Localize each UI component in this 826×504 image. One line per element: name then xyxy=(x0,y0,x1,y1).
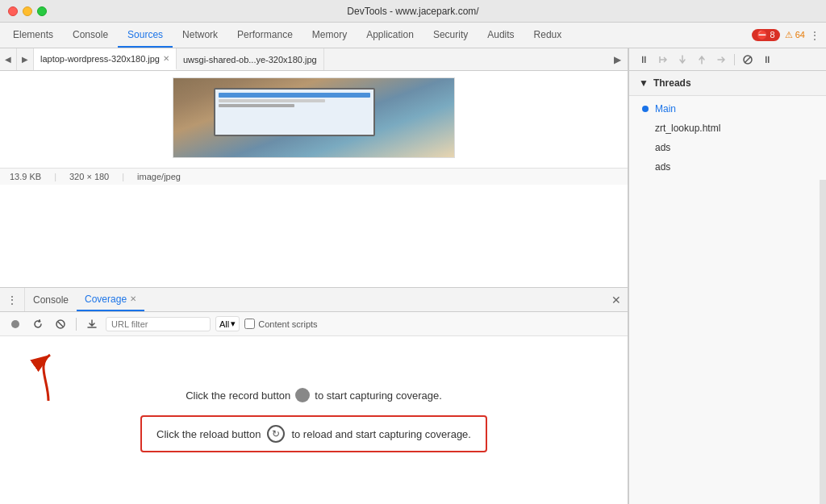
thread-label-main: Main xyxy=(655,103,676,115)
more-options-icon[interactable]: ⋮ xyxy=(810,30,820,41)
coverage-tab-close[interactable]: ✕ xyxy=(130,294,136,303)
svg-point-0 xyxy=(11,320,19,328)
threads-collapse-icon[interactable]: ▼ xyxy=(639,77,649,89)
record-button[interactable] xyxy=(6,315,24,333)
reload-icon-example: ↻ xyxy=(267,425,285,443)
step-into-button[interactable] xyxy=(674,52,690,68)
thread-item-zrt[interactable]: zrt_lookup.html xyxy=(629,119,826,138)
type-filter-select[interactable]: All ▾ xyxy=(215,316,240,331)
deactivate-breakpoints-button[interactable] xyxy=(740,52,756,68)
thread-empty-indicator-2 xyxy=(642,144,649,151)
file-tab-laptop-jpg[interactable]: laptop-wordpress-320x180.jpg ✕ xyxy=(34,48,177,70)
debug-separator xyxy=(734,54,735,65)
maximize-button[interactable] xyxy=(37,6,47,16)
content-scripts-checkbox[interactable] xyxy=(244,319,255,329)
error-count-badge: ⛔ 8 xyxy=(752,29,780,41)
title-bar: DevTools - www.jacepark.com/ xyxy=(0,0,826,23)
export-button[interactable] xyxy=(83,315,101,333)
nav-back-button[interactable]: ◀ xyxy=(0,48,17,70)
file-tab-more-button[interactable]: ▶ xyxy=(607,48,628,70)
console-tab-label: Console xyxy=(33,294,69,306)
step-button[interactable] xyxy=(713,52,729,68)
record-coverage-message: Click the record button to start capturi… xyxy=(186,388,442,402)
bottom-panel: ⋮ Console Coverage ✕ ✕ xyxy=(0,287,628,504)
file-tab-label-2: uwsgi-shared-ob...ye-320x180.jpg xyxy=(183,55,317,65)
devtools-tab-bar: Elements Console Sources Network Perform… xyxy=(0,23,826,48)
thread-item-ads-2[interactable]: ads xyxy=(629,157,826,177)
threads-list: Main zrt_lookup.html ads ads xyxy=(629,96,826,180)
step-over-button[interactable] xyxy=(655,52,671,68)
threads-panel-header: ▼ Threads xyxy=(629,71,826,96)
image-preview xyxy=(0,71,628,168)
reload-coverage-message-box: Click the reload button ↻ to reload and … xyxy=(140,415,487,452)
tab-redux[interactable]: Redux xyxy=(524,23,572,48)
tab-audits[interactable]: Audits xyxy=(478,23,524,48)
threads-header-label: Threads xyxy=(653,77,691,89)
tab-elements[interactable]: Elements xyxy=(3,23,63,48)
record-icon-example xyxy=(295,388,310,402)
bottom-tab-coverage[interactable]: Coverage ✕ xyxy=(77,288,144,311)
traffic-lights xyxy=(8,6,47,16)
clear-button[interactable] xyxy=(52,315,69,333)
svg-line-5 xyxy=(745,56,751,63)
close-button[interactable] xyxy=(8,6,18,16)
devtools-badges: ⛔ 8 ⚠ 64 ⋮ xyxy=(752,23,827,48)
file-tab-uwsgi-jpg[interactable]: uwsgi-shared-ob...ye-320x180.jpg xyxy=(177,48,324,70)
preview-image xyxy=(173,77,455,158)
tab-memory[interactable]: Memory xyxy=(302,23,357,48)
tab-security[interactable]: Security xyxy=(423,23,478,48)
tab-application[interactable]: Application xyxy=(357,23,423,48)
debugger-controls: ⏸ xyxy=(629,48,826,71)
file-tab-bar: ◀ ▶ laptop-wordpress-320x180.jpg ✕ uwsgi… xyxy=(0,48,628,71)
bottom-panel-close-button[interactable]: ✕ xyxy=(611,294,621,306)
async-toggle-button[interactable]: ⏸ xyxy=(759,52,775,68)
image-dimensions: 320 × 180 xyxy=(69,172,109,181)
thread-item-main[interactable]: Main xyxy=(629,99,826,119)
file-tab-label: laptop-wordpress-320x180.jpg xyxy=(40,54,160,64)
devtools-main: ◀ ▶ laptop-wordpress-320x180.jpg ✕ uwsgi… xyxy=(0,48,826,504)
image-metadata: 13.9 KB | 320 × 180 | image/jpeg xyxy=(0,168,628,185)
bottom-tab-console[interactable]: Console xyxy=(25,288,77,311)
toolbar-separator xyxy=(76,318,77,331)
content-area: 13.9 KB | 320 × 180 | image/jpeg xyxy=(0,71,628,287)
image-type: image/jpeg xyxy=(137,172,181,181)
minimize-button[interactable] xyxy=(23,6,32,16)
thread-label-zrt: zrt_lookup.html xyxy=(655,123,720,134)
thread-label-ads-1: ads xyxy=(655,142,670,153)
url-filter-input[interactable] xyxy=(106,317,211,331)
svg-line-2 xyxy=(58,322,63,327)
thread-empty-indicator-3 xyxy=(642,164,649,170)
coverage-toolbar: All ▾ Content scripts xyxy=(0,312,628,336)
thread-empty-indicator xyxy=(642,125,649,131)
file-size: 13.9 KB xyxy=(10,172,41,181)
reload-and-record-button[interactable] xyxy=(29,315,47,333)
arrow-annotation xyxy=(24,348,89,407)
nav-forward-button[interactable]: ▶ xyxy=(17,48,34,70)
bottom-tab-bar: ⋮ Console Coverage ✕ ✕ xyxy=(0,288,628,312)
tab-console[interactable]: Console xyxy=(63,23,118,48)
tab-network[interactable]: Network xyxy=(173,23,227,48)
step-out-button[interactable] xyxy=(694,52,710,68)
coverage-tab-label: Coverage xyxy=(85,294,127,305)
file-tab-close-button[interactable]: ✕ xyxy=(163,54,169,63)
tab-sources[interactable]: Sources xyxy=(118,23,173,48)
scrollbar[interactable] xyxy=(820,180,826,504)
thread-label-ads-2: ads xyxy=(655,161,670,173)
bottom-panel-menu-icon[interactable]: ⋮ xyxy=(0,288,25,311)
warn-count-badge: ⚠ 64 xyxy=(785,30,805,40)
content-scripts-checkbox-label[interactable]: Content scripts xyxy=(244,319,317,329)
coverage-content-area: Click the record button to start capturi… xyxy=(0,336,628,504)
right-panel: ⏸ xyxy=(628,48,826,504)
left-panel: ◀ ▶ laptop-wordpress-320x180.jpg ✕ uwsgi… xyxy=(0,48,628,504)
pause-resume-button[interactable]: ⏸ xyxy=(636,52,652,68)
laptop-screen-in-image xyxy=(214,88,375,136)
tab-performance[interactable]: Performance xyxy=(227,23,302,48)
window-title: DevTools - www.jacepark.com/ xyxy=(347,6,478,17)
thread-item-ads-1[interactable]: ads xyxy=(629,138,826,157)
thread-active-indicator xyxy=(642,106,649,112)
